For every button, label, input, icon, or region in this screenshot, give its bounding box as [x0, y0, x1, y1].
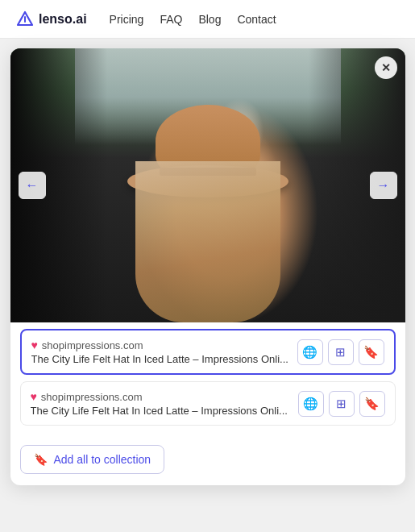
- save-button-1[interactable]: 🔖: [359, 339, 384, 365]
- arrow-left-icon: ←: [26, 178, 39, 193]
- close-button[interactable]: ✕: [375, 56, 397, 79]
- hair: [135, 161, 280, 322]
- result-title-2: The City Life Felt Hat In Iced Latte – I…: [31, 405, 292, 417]
- close-icon: ✕: [381, 61, 391, 74]
- image-icon-2: ⊞: [336, 397, 347, 411]
- navbar: lenso.ai Pricing FAQ Blog Contact: [0, 0, 415, 39]
- add-all-to-collection-button[interactable]: 🔖 Add all to collection: [20, 445, 165, 474]
- contact-link[interactable]: Contact: [237, 13, 276, 26]
- domain-text-1: shopimpressions.com: [42, 339, 143, 351]
- web-button-1[interactable]: 🌐: [297, 339, 323, 365]
- next-button[interactable]: →: [370, 172, 397, 199]
- web-button-2[interactable]: 🌐: [298, 391, 324, 417]
- pricing-link[interactable]: Pricing: [110, 13, 144, 26]
- heart-icon-2: ♥: [31, 390, 37, 403]
- collection-icon: 🔖: [34, 453, 48, 466]
- result-info-1: ♥ shopimpressions.com The City Life Felt…: [31, 339, 291, 365]
- image-icon-1: ⊞: [335, 345, 346, 360]
- image-area: ✕ ← →: [10, 48, 405, 322]
- logo-icon: [16, 10, 34, 28]
- nav-links: Pricing FAQ Blog Contact: [110, 13, 276, 26]
- image-button-2[interactable]: ⊞: [329, 391, 355, 417]
- result-domain-1: ♥ shopimpressions.com: [31, 339, 291, 351]
- result-card-2: ♥ shopimpressions.com The City Life Felt…: [20, 381, 396, 426]
- save-button-2[interactable]: 🔖: [359, 391, 385, 417]
- bookmark-icon-2: 🔖: [364, 397, 380, 411]
- logo[interactable]: lenso.ai: [16, 10, 87, 28]
- domain-text-2: shopimpressions.com: [41, 391, 143, 403]
- modal-card: ✕ ← → ♥ shopimpressions.com The City Lif…: [10, 48, 405, 485]
- add-collection-wrap: 🔖 Add all to collection: [10, 438, 405, 485]
- result-info-2: ♥ shopimpressions.com The City Life Felt…: [31, 390, 292, 417]
- result-actions-2: 🌐 ⊞ 🔖: [298, 391, 385, 417]
- bookmark-icon-1: 🔖: [363, 345, 379, 360]
- blog-link[interactable]: Blog: [198, 13, 221, 26]
- prev-button[interactable]: ←: [19, 172, 46, 199]
- web-icon-1: 🌐: [302, 345, 317, 360]
- faq-link[interactable]: FAQ: [160, 13, 182, 26]
- result-actions-1: 🌐 ⊞ 🔖: [297, 339, 384, 365]
- heart-icon-1: ♥: [31, 339, 38, 351]
- results-section: ♥ shopimpressions.com The City Life Felt…: [10, 322, 405, 438]
- arrow-right-icon: →: [377, 178, 390, 193]
- main-image: [10, 48, 405, 322]
- logo-text: lenso.ai: [39, 12, 87, 27]
- image-button-1[interactable]: ⊞: [328, 339, 354, 365]
- result-domain-2: ♥ shopimpressions.com: [31, 390, 292, 403]
- web-icon-2: 🌐: [303, 397, 318, 411]
- add-collection-label: Add all to collection: [54, 453, 151, 466]
- result-title-1: The City Life Felt Hat In Iced Latte – I…: [31, 353, 291, 365]
- result-card-highlighted: ♥ shopimpressions.com The City Life Felt…: [20, 329, 396, 375]
